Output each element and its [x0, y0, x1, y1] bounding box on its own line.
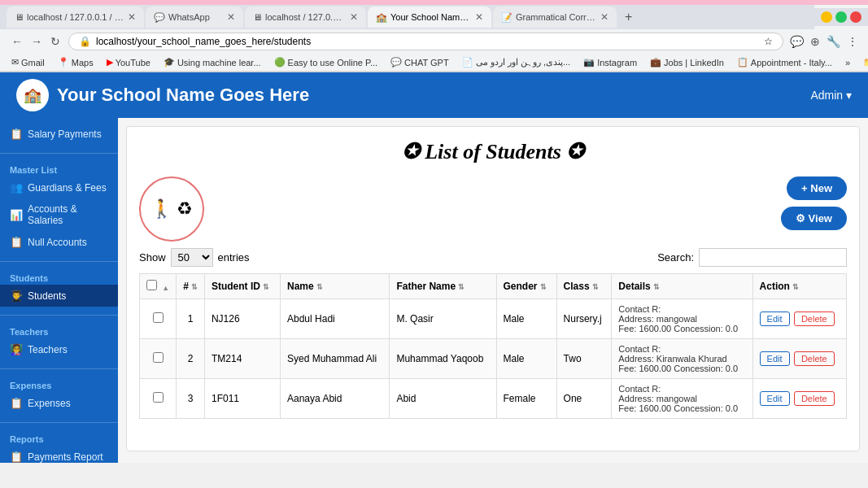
th-checkbox: ▲: [140, 274, 177, 299]
folder-icon: 📁: [863, 57, 868, 68]
content-card: ✪ List of Students ✪ 🚶 ♻ + New ⚙ View: [126, 126, 860, 451]
row-checkbox-2[interactable]: [140, 379, 177, 419]
th-name[interactable]: Name⇅: [281, 274, 390, 299]
tab-1[interactable]: 🖥 localhost / 127.0.0.1 / dumm... ✕: [7, 7, 144, 28]
tab-4-close[interactable]: ✕: [475, 11, 483, 23]
bookmark-appointment[interactable]: 📋 Appointment - Italy...: [734, 55, 835, 69]
tab-3-favicon: 🖥: [253, 12, 262, 22]
bookmark-instagram[interactable]: 📷 Instagram: [580, 55, 640, 69]
delete-button-1[interactable]: Delete: [794, 351, 835, 366]
th-class[interactable]: Class⇅: [556, 274, 612, 299]
extension-action[interactable]: 🔧: [825, 33, 842, 50]
tab-4[interactable]: 🏫 Your School Name Goes He... ✕: [368, 7, 491, 28]
row-checkbox-0[interactable]: [140, 299, 177, 339]
bookmark-youtube[interactable]: ▶ YouTube: [103, 55, 154, 69]
th-student-id[interactable]: Student ID⇅: [204, 274, 280, 299]
row-action-0: Edit Delete: [752, 299, 846, 339]
sidebar-item-payments-report[interactable]: 📋 Payments Report: [0, 446, 118, 463]
select-all-checkbox[interactable]: [146, 280, 157, 290]
address-bar-row: ← → ↻ 🔒 ☆ 💬 ⊕ 🔧 ⋮: [0, 29, 868, 54]
sidebar-section-reports: Reports 📋 Payments Report 📋 Salary Payme…: [0, 426, 118, 463]
view-button[interactable]: ⚙ View: [781, 207, 847, 230]
row-num-2: 3: [177, 379, 205, 419]
row-details-1: Contact R:Address: Kiranwala KhuradFee: …: [612, 339, 752, 379]
sidebar-item-expenses[interactable]: 📋 Expenses: [0, 392, 118, 414]
tab-3-close[interactable]: ✕: [350, 11, 358, 23]
more-action[interactable]: ⋮: [845, 33, 860, 50]
tab-3[interactable]: 🖥 localhost / 127.0.0.1 / british... ✕: [245, 7, 366, 28]
th-father-name[interactable]: Father Name⇅: [390, 274, 496, 299]
bookmark-maps[interactable]: 📍 Maps: [55, 55, 97, 69]
tab-2[interactable]: 💬 WhatsApp ✕: [146, 7, 243, 28]
bookmark-ml[interactable]: 🎓 Using machine lear...: [160, 55, 264, 69]
tab-3-label: localhost / 127.0.0.1 / british...: [265, 12, 347, 22]
sidebar-item-teachers[interactable]: 👩‍🏫 Teachers: [0, 338, 118, 360]
th-gender[interactable]: Gender⇅: [496, 274, 556, 299]
app-container: 🏫 Your School Name Goes Here Admin ▾ 📋 S…: [0, 72, 868, 463]
admin-dropdown-button[interactable]: Admin ▾: [810, 89, 852, 102]
delete-button-2[interactable]: Delete: [794, 391, 835, 406]
tab-1-close[interactable]: ✕: [128, 11, 136, 23]
sidebar-item-salary-payments[interactable]: 📋 Salary Payments: [0, 123, 118, 145]
show-label: Show: [139, 251, 166, 264]
row-checkbox-1[interactable]: [140, 339, 177, 379]
bookmark-linkedin[interactable]: 💼 Jobs | LinkedIn: [647, 55, 727, 69]
forward-button[interactable]: →: [28, 33, 46, 50]
th-details[interactable]: Details⇅: [612, 274, 752, 299]
row-class-0: Nursery.j: [556, 299, 612, 339]
search-input[interactable]: [699, 248, 847, 267]
sidebar-payments-report-label: Payments Report: [28, 451, 103, 463]
edit-button-0[interactable]: Edit: [760, 312, 790, 326]
tab-2-close[interactable]: ✕: [227, 11, 235, 23]
table-row: 2 TM214 Syed Muhammad Ali Muhammad Yaqoo…: [140, 339, 847, 379]
back-button[interactable]: ←: [8, 33, 26, 50]
row-check-1[interactable]: [153, 352, 164, 363]
bookmark-online[interactable]: 🟢 Easy to use Online P...: [271, 55, 381, 69]
tab-5-favicon: 📝: [501, 12, 513, 23]
sidebar-item-accounts[interactable]: 📊 Accounts & Salaries: [0, 198, 118, 231]
row-check-0[interactable]: [153, 312, 164, 323]
tab-5-label: Grammatical Correction In...: [516, 12, 597, 22]
window-minimize[interactable]: [821, 11, 832, 23]
delete-button-0[interactable]: Delete: [794, 312, 835, 326]
instagram-icon: 📷: [583, 57, 595, 68]
tab-4-favicon: 🏫: [376, 12, 387, 23]
search-area: Search:: [657, 248, 847, 267]
payments-report-icon: 📋: [10, 451, 23, 463]
reports-section-title: Reports: [0, 431, 118, 446]
bookmark-urdu[interactable]: 📄 پندی, روہن اور اردو می...: [459, 55, 574, 69]
page-title-area: ✪ List of Students ✪: [139, 139, 847, 164]
sidebar-item-null-accounts[interactable]: 📋 Null Accounts: [0, 231, 118, 253]
tab-5-close[interactable]: ✕: [600, 11, 608, 23]
tab-bar-area: 🖥 localhost / 127.0.0.1 / dumm... ✕ 💬 Wh…: [0, 5, 868, 29]
bookmark-chatgpt[interactable]: 💬 CHAT GPT: [387, 55, 452, 69]
bookmark-more[interactable]: »: [842, 56, 853, 69]
new-tab-button[interactable]: +: [618, 7, 639, 28]
bookmark-gmail[interactable]: ✉ Gmail: [8, 55, 48, 69]
urdu-icon: 📄: [462, 57, 473, 68]
address-input[interactable]: [96, 36, 759, 47]
school-logo: 🏫: [16, 79, 49, 111]
window-close[interactable]: [850, 11, 861, 23]
sidebar-salary-label: Salary Payments: [28, 129, 102, 140]
new-student-button[interactable]: + New: [787, 176, 847, 200]
reload-button[interactable]: ↻: [47, 33, 63, 50]
address-bar[interactable]: 🔒 ☆: [68, 33, 783, 50]
sidebar-item-students[interactable]: 👨‍🎓 Students: [0, 285, 118, 307]
teachers-section-title: Teachers: [0, 324, 118, 338]
row-check-2[interactable]: [153, 392, 164, 403]
entries-select[interactable]: 50 25 10 100: [171, 248, 213, 267]
profile-action[interactable]: ⊕: [809, 33, 822, 50]
th-num[interactable]: #⇅: [177, 274, 205, 299]
tab-2-label: WhatsApp: [168, 12, 210, 22]
tab-5[interactable]: 📝 Grammatical Correction In... ✕: [493, 7, 617, 28]
whatsapp-action[interactable]: 💬: [788, 33, 805, 50]
sidebar-item-guardians[interactable]: 👥 Guardians & Fees: [0, 176, 118, 198]
person-trash-icon: 🚶: [150, 198, 172, 220]
window-maximize[interactable]: [835, 11, 847, 23]
edit-button-1[interactable]: Edit: [760, 351, 790, 366]
edit-button-2[interactable]: Edit: [760, 391, 790, 406]
bookmark-all[interactable]: 📁 All Bookmarks: [860, 55, 868, 69]
lock-icon: 🔒: [79, 36, 91, 47]
th-action[interactable]: Action⇅: [752, 274, 846, 299]
